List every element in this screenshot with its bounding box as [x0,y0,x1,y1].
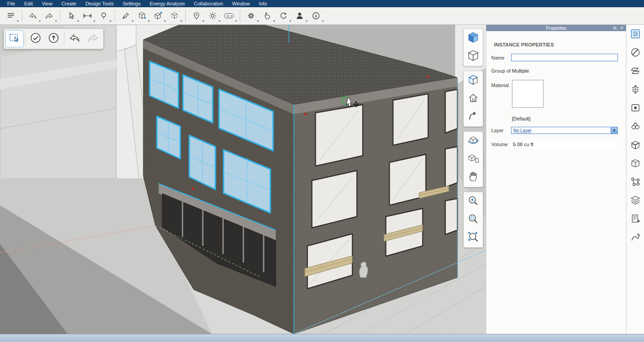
dock-icon[interactable]: ⧉ [612,25,617,31]
dropdown-caret: ▾ [322,19,324,23]
pan-box-button[interactable] [464,150,482,168]
palette-separator [64,32,64,46]
properties-body: INSTANCE PROPERTIES Name Group of Multip… [486,31,626,334]
dropdown-caret: ▾ [306,19,307,23]
dropdown-caret: ▾ [219,19,220,23]
view-cube-button[interactable] [464,29,482,47]
panel-section-button[interactable] [629,139,642,152]
home-view-button[interactable] [464,90,482,108]
dropdown-caret: ▾ [17,19,18,23]
turn-arrow-icon [467,110,480,124]
orbit-box-button[interactable] [464,72,482,90]
panel-scenes-button[interactable] [629,102,642,115]
panel-notes-button[interactable] [629,213,642,226]
3d-scene [0,25,486,334]
toolbar-separator [185,10,186,22]
zoom-extents-button[interactable] [464,229,482,247]
zoom-in-button[interactable] [464,193,482,211]
panel-visibility-button[interactable] [629,121,642,133]
promote-button[interactable] [45,30,63,47]
properties-panel-icon [630,28,641,41]
redo-button[interactable]: ▾ [41,9,57,23]
select-cursor-icon [67,11,76,20]
toolbar-separator [22,10,22,22]
palette-separator [25,32,25,46]
viewport-canvas[interactable] [0,25,486,334]
selection-palette [4,28,104,49]
menu-create[interactable]: Create [57,0,81,7]
sketch-tool-button[interactable]: ▾ [118,9,134,23]
material-swatch[interactable] [512,80,544,108]
dropdown-caret: ▾ [39,19,41,23]
properties-titlebar[interactable]: Properties ⧉ ✕ [486,25,626,31]
group-edit-button[interactable]: ▾ [166,9,183,23]
panel-materials-button[interactable] [629,47,642,59]
palette-redo-button[interactable] [84,30,102,47]
menu-collaboration[interactable]: Collaboration [189,0,228,7]
menu-icon [6,11,15,20]
material-label: Material [491,83,509,88]
panel-levels-button[interactable] [629,84,642,96]
account-button[interactable]: ▾ [292,9,308,23]
panel-plugins-button[interactable] [629,176,642,189]
label-tool-button[interactable]: ▾ [96,9,112,23]
name-label: Name [491,55,504,60]
select-region-button[interactable] [5,30,23,47]
view-cube-icon [467,31,480,46]
menu-list-button[interactable]: ▾ [3,9,19,23]
orbit-button[interactable] [464,132,482,150]
panel-properties-button[interactable] [629,28,642,41]
dropdown-caret: ▾ [93,19,95,23]
dropdown-caret: ▾ [235,19,237,23]
settings-button[interactable]: ▾ [243,9,259,23]
info-button[interactable]: ▾ [308,9,324,23]
pencil-icon [121,11,130,20]
menu-design-tools[interactable]: Design Tools [81,0,118,7]
hand-icon [467,170,480,185]
panel-layers-button[interactable] [629,65,642,78]
menu-settings[interactable]: Settings [118,0,145,7]
toolbar-separator [60,10,60,22]
zoom-window-button[interactable] [464,211,482,229]
orbit-cube-icon [467,134,480,148]
pan-hand-button[interactable] [464,168,482,186]
panel-content-button[interactable] [629,158,642,170]
redo-icon [87,32,99,45]
gear-icon [247,11,256,20]
app-window: File Edit View Create Design Tools Setti… [0,0,644,342]
confirm-button[interactable] [27,30,45,47]
instance-properties-heading: INSTANCE PROPERTIES [494,42,554,47]
units-display-button[interactable]: 19.3 ▾ [221,9,237,23]
menu-edit[interactable]: Edit [20,0,37,7]
primitive-solid-button[interactable]: ▾ [134,9,150,23]
gesture-button[interactable]: ▾ [259,9,275,23]
chevron-down-icon[interactable]: ▼ [611,127,617,134]
up-arrow-circle-icon [48,32,59,46]
dropdown-caret: ▾ [180,19,182,23]
plugins-nodes-icon [630,176,641,189]
turn-view-button[interactable] [464,108,482,126]
layer-label: Layer [491,128,504,133]
menu-window[interactable]: Window [228,0,254,7]
menu-view[interactable]: View [37,0,57,7]
axon-view-button[interactable] [464,47,482,65]
close-icon[interactable]: ✕ [619,25,625,31]
layer-dropdown[interactable]: No Layer ▼ [511,127,618,134]
panel-sketch-button[interactable] [629,232,642,244]
orbit-box-icon [467,74,480,88]
panel-groups-button[interactable] [629,195,642,207]
info-icon [311,11,320,20]
walk-group [463,71,483,127]
location-button[interactable]: ▾ [188,9,205,23]
shadows-button[interactable]: ▾ [205,9,221,23]
modify-solid-button[interactable]: ▾ [150,9,166,23]
name-input[interactable] [511,54,618,61]
dimension-tool-button[interactable]: ▾ [79,9,96,23]
menu-info[interactable]: Info [254,0,271,7]
select-tool-button[interactable]: ▾ [63,9,79,23]
palette-undo-button[interactable] [66,30,84,47]
menu-energy-analysis[interactable]: Energy Analysis [145,0,189,7]
sync-button[interactable]: ▾ [275,9,292,23]
undo-button[interactable]: ▾ [25,9,41,23]
menu-file[interactable]: File [3,0,20,7]
